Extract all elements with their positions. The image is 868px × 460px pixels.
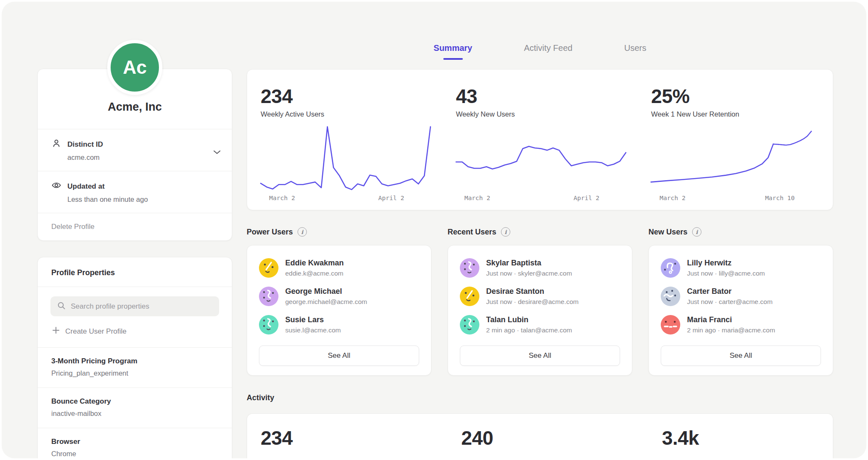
- distinct-id-label: Distinct ID: [67, 140, 103, 149]
- property-name: Bounce Category: [51, 397, 218, 406]
- create-user-profile-button[interactable]: Create User Profile: [52, 326, 219, 336]
- weekly-new-users-column: 43 Weekly New Users March 2 April 2: [442, 85, 638, 205]
- main-content: Summary Activity Feed Users 234 Weekly A…: [247, 2, 833, 458]
- user-avatar: [460, 258, 479, 278]
- section-title: Recent Users: [448, 228, 496, 237]
- user-avatar: [460, 287, 479, 306]
- recent-users-heading: Recent Users i: [448, 227, 632, 237]
- list-item[interactable]: Eddie Kwakmaneddie.k@acme.com: [259, 258, 419, 278]
- user-avatar: [259, 287, 278, 306]
- chevron-down-icon[interactable]: [213, 148, 221, 156]
- profile-properties-search[interactable]: [50, 296, 219, 316]
- user-avatar: [661, 315, 680, 335]
- property-name: Browser: [51, 438, 218, 446]
- x-axis: March 2 March 10: [651, 195, 821, 205]
- user-avatar: [661, 287, 680, 306]
- user-name[interactable]: Susie Lars: [285, 315, 341, 324]
- property-row[interactable]: Bounce Category inactive-mailbox: [38, 388, 232, 428]
- power-users-heading: Power Users i: [247, 227, 431, 237]
- weekly-new-users-label: Weekly New Users: [456, 110, 626, 118]
- list-item[interactable]: Susie Larssusie.l@acme.com: [259, 315, 419, 335]
- user-name[interactable]: Maria Franci: [687, 315, 775, 324]
- property-row[interactable]: Browser Chrome: [38, 428, 232, 458]
- user-name[interactable]: Eddie Kwakman: [285, 259, 344, 268]
- user-name[interactable]: Carter Bator: [687, 287, 773, 296]
- weekly-new-users-chart: [456, 124, 626, 195]
- user-sub: susie.l@acme.com: [285, 326, 341, 334]
- activity-stat: 240: [448, 427, 632, 449]
- activity-stat: 3.4k: [648, 427, 833, 449]
- user-name[interactable]: Skylar Baptista: [486, 259, 572, 268]
- tab-activity-feed[interactable]: Activity Feed: [524, 43, 572, 60]
- updated-at-value: Less than one minute ago: [67, 195, 219, 204]
- list-item[interactable]: George Michaelgeorge.michael@acme.com: [259, 287, 419, 306]
- see-all-button[interactable]: See All: [460, 346, 620, 366]
- user-name[interactable]: George Michael: [285, 287, 367, 296]
- user-sub: Just now · desirare@acme.com: [486, 298, 579, 306]
- list-item[interactable]: Maria Franci2 min ago · maria@acme.com: [661, 315, 821, 335]
- profile-properties-card: Profile Properties Create User Profile 3…: [37, 257, 232, 458]
- updated-at-label: Updated at: [67, 182, 105, 191]
- new-users-heading: New Users i: [648, 227, 833, 237]
- axis-tick: March 2: [269, 195, 295, 201]
- user-sub: Just now · skyler@acme.com: [486, 270, 572, 277]
- user-sub: 2 min ago · talan@acme.com: [486, 326, 572, 334]
- info-icon[interactable]: i: [692, 227, 701, 237]
- user-name[interactable]: Lilly Herwitz: [687, 259, 765, 268]
- axis-tick: March 2: [465, 195, 490, 201]
- profile-sidebar: Ac Acme, Inc Distinct ID acme.com: [37, 2, 232, 458]
- info-icon[interactable]: i: [501, 227, 510, 237]
- distinct-id-value: acme.com: [67, 153, 219, 162]
- summary-card: 234 Weekly Active Users March 2 April 2 …: [247, 69, 833, 210]
- search-icon: [57, 301, 66, 312]
- weekly-active-users-column: 234 Weekly Active Users March 2 April 2: [247, 85, 442, 205]
- distinct-id-row[interactable]: Distinct ID acme.com: [38, 129, 232, 171]
- activity-heading: Activity: [247, 393, 833, 402]
- x-axis: March 2 April 2: [456, 195, 626, 205]
- user-avatar: [661, 258, 680, 278]
- see-all-button[interactable]: See All: [661, 346, 821, 366]
- search-input[interactable]: [71, 302, 212, 311]
- tab-bar: Summary Activity Feed Users: [247, 2, 833, 60]
- user-sub: Just now · carter@acme.com: [687, 298, 773, 306]
- axis-tick: March 10: [765, 195, 795, 201]
- user-name[interactable]: Desirae Stanton: [486, 287, 579, 296]
- active-tab-underline: [443, 58, 463, 60]
- retention-value: 25%: [651, 85, 821, 108]
- user-cards: Eddie Kwakmaneddie.k@acme.com George Mic…: [247, 245, 833, 376]
- weekly-active-users-value: 234: [261, 85, 431, 108]
- list-item[interactable]: Lilly HerwitzJust now · lilly@acme.com: [661, 258, 821, 278]
- list-item[interactable]: Desirae StantonJust now · desirare@acme.…: [460, 287, 620, 306]
- delete-profile-button[interactable]: Delete Profile: [38, 213, 232, 240]
- axis-tick: April 2: [378, 195, 404, 201]
- retention-label: Week 1 New User Retention: [651, 110, 821, 118]
- weekly-active-users-chart: [261, 124, 431, 195]
- section-title: Power Users: [247, 228, 293, 237]
- section-title: New Users: [648, 228, 687, 237]
- property-value: Pricing_plan_experiment: [51, 369, 218, 377]
- user-avatar: [259, 315, 278, 335]
- axis-tick: April 2: [573, 195, 599, 201]
- property-row[interactable]: 3-Month Pricing Program Pricing_plan_exp…: [38, 347, 232, 388]
- x-axis: March 2 April 2: [261, 195, 431, 205]
- see-all-button[interactable]: See All: [259, 346, 419, 366]
- app-frame: Ac Acme, Inc Distinct ID acme.com: [2, 2, 866, 458]
- tab-users[interactable]: Users: [624, 43, 646, 60]
- user-sub: Just now · lilly@acme.com: [687, 270, 765, 277]
- tab-summary[interactable]: Summary: [434, 43, 472, 60]
- axis-tick: March 2: [659, 195, 685, 201]
- property-value: inactive-mailbox: [51, 410, 218, 418]
- person-icon: [51, 138, 61, 151]
- info-icon[interactable]: i: [298, 227, 307, 237]
- list-item[interactable]: Carter BatorJust now · carter@acme.com: [661, 287, 821, 306]
- list-item[interactable]: Skylar BaptistaJust now · skyler@acme.co…: [460, 258, 620, 278]
- company-avatar: Ac: [107, 40, 162, 95]
- user-name[interactable]: Talan Lubin: [486, 315, 572, 324]
- activity-card: 234 240 3.4k: [247, 413, 833, 458]
- power-users-card: Eddie Kwakmaneddie.k@acme.com George Mic…: [247, 245, 431, 376]
- list-item[interactable]: Talan Lubin2 min ago · talan@acme.com: [460, 315, 620, 335]
- create-user-profile-label: Create User Profile: [65, 327, 127, 336]
- profile-properties-title: Profile Properties: [38, 257, 232, 287]
- user-sub: eddie.k@acme.com: [285, 270, 344, 277]
- updated-at-row: Updated at Less than one minute ago: [38, 171, 232, 213]
